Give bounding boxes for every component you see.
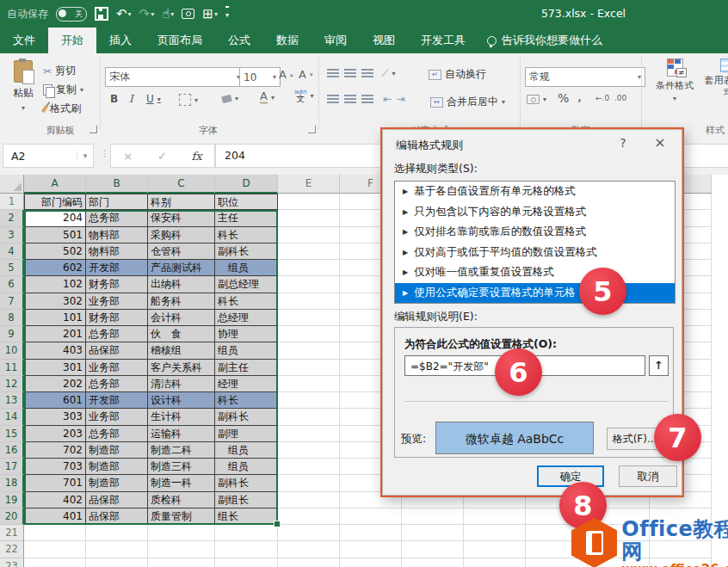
rule-type-item-4[interactable]: ▶仅对高于或低于平均值的数值设置格式 (395, 243, 675, 263)
undo-button[interactable]: ↶▾ (116, 8, 132, 21)
sheet-cell[interactable]: 科别 (148, 194, 215, 210)
tab-3[interactable]: 页面布局 (145, 28, 215, 53)
row-header[interactable]: 14 (0, 409, 24, 425)
sheet-cell[interactable] (340, 558, 402, 567)
insert-function-icon[interactable]: fx (191, 150, 201, 163)
tab-file[interactable]: 文件 (0, 28, 48, 53)
tell-me-box[interactable]: 告诉我你想要做什么 (478, 28, 611, 53)
tab-6[interactable]: 审阅 (312, 28, 360, 53)
undo-dropdown-icon[interactable]: ▾ (128, 8, 132, 21)
align-bottom-icon[interactable] (361, 69, 373, 77)
sheet-cell[interactable] (340, 541, 402, 558)
percent-style-button[interactable]: % (558, 91, 569, 105)
sheet-cell[interactable] (215, 525, 278, 541)
sheet-cell[interactable] (402, 541, 464, 558)
align-center-icon[interactable] (344, 95, 356, 103)
rule-type-item-3[interactable]: ▶仅对排名靠前或靠后的数值设置格式 (395, 222, 675, 243)
comma-style-button[interactable]: , (577, 88, 582, 104)
sheet-cell[interactable] (278, 442, 340, 459)
row-header[interactable]: 19 (0, 492, 24, 508)
fill-handle[interactable] (274, 521, 281, 527)
sheet-cell[interactable] (278, 260, 340, 276)
align-middle-icon[interactable] (344, 69, 356, 77)
sheet-cell[interactable]: 制造部 (86, 442, 148, 459)
conditional-formatting-dropdown-icon[interactable]: ▾ (673, 95, 676, 102)
sheet-cell[interactable] (86, 558, 148, 567)
sheet-cell[interactable] (278, 459, 340, 475)
tab-2[interactable]: 插入 (96, 28, 145, 53)
sheet-cell[interactable]: 经理 (215, 376, 278, 392)
sheet-cell[interactable] (278, 276, 340, 293)
format-as-table-button[interactable]: 套用表格格式 (704, 59, 728, 97)
decrease-indent-icon[interactable]: ⇤ (383, 93, 392, 105)
redo-dropdown-icon[interactable]: ▾ (151, 8, 154, 21)
sheet-cell[interactable] (278, 243, 340, 260)
sheet-cell[interactable]: 开发部 (86, 260, 148, 276)
sheet-cell[interactable] (278, 525, 340, 541)
column-header[interactable]: D (215, 175, 278, 194)
orientation-button[interactable]: ⟋▾ (381, 67, 395, 79)
sheet-cell[interactable] (278, 310, 340, 326)
underline-dropdown-icon[interactable]: ▾ (157, 96, 161, 103)
sheet-cell[interactable]: 会计科 (148, 310, 215, 326)
sheet-cell[interactable] (278, 227, 340, 243)
sheet-cell[interactable] (86, 525, 148, 541)
sheet-cell[interactable]: 组员 (215, 342, 278, 359)
sheet-cell[interactable]: 701 (24, 475, 86, 491)
decrease-decimal-button[interactable]: .00 (614, 94, 626, 102)
sheet-cell[interactable] (340, 525, 402, 541)
sheet-cell[interactable]: 总务部 (86, 210, 148, 226)
dialog-close-button[interactable]: × (651, 134, 669, 151)
sheet-cell[interactable]: 601 (24, 392, 86, 409)
sheet-cell[interactable]: 制造部 (86, 475, 148, 491)
indent-buttons[interactable]: ⇤⇥ (383, 93, 405, 105)
tab-5[interactable]: 数据 (263, 28, 312, 53)
row-header[interactable]: 7 (0, 293, 24, 310)
conditional-formatting-button[interactable]: ≠ 条件格式 ▾ (652, 59, 697, 102)
sheet-cell[interactable] (278, 293, 340, 310)
horizontal-align-buttons[interactable] (327, 95, 373, 103)
row-header[interactable]: 23 (0, 558, 24, 567)
save-button[interactable] (95, 7, 108, 21)
sheet-cell[interactable]: 副科长 (215, 475, 278, 491)
sheet-cell[interactable] (24, 558, 86, 567)
align-top-icon[interactable] (327, 69, 339, 77)
underline-button[interactable]: U▾ (146, 93, 161, 105)
enter-entry-icon[interactable]: ✓ (157, 150, 167, 163)
copy-dropdown-icon[interactable]: ▾ (80, 86, 83, 94)
borders-dropdown-icon[interactable]: ▾ (194, 96, 198, 104)
rule-type-item-2[interactable]: ▶只为包含以下内容的单元格设置格式 (395, 202, 675, 223)
tab-7[interactable]: 视图 (360, 28, 408, 53)
sheet-cell[interactable]: 203 (24, 426, 86, 442)
sheet-cell[interactable]: 仓管科 (148, 243, 215, 260)
grow-font-button[interactable]: A▴ (279, 68, 293, 81)
font-color-dropdown-icon[interactable]: ▾ (271, 94, 275, 102)
accounting-format-button[interactable]: ▾ (527, 95, 546, 104)
sheet-cell[interactable]: 总务部 (86, 426, 148, 442)
sheet-cell[interactable] (148, 541, 215, 558)
sheet-cell[interactable] (402, 558, 464, 567)
sheet-cell[interactable]: 组员 (215, 459, 278, 475)
align-right-icon[interactable] (361, 95, 373, 103)
increase-decimal-button[interactable]: ←.0 (595, 94, 609, 102)
sheet-cell[interactable]: 204 (24, 210, 86, 226)
sheet-cell[interactable]: 制造二科 (148, 442, 215, 459)
sheet-cell[interactable]: 202 (24, 376, 86, 392)
sheet-cell[interactable]: 物料部 (86, 227, 148, 243)
borders-button[interactable]: ▾ (179, 94, 198, 106)
sheet-cell[interactable]: 102 (24, 276, 86, 293)
sheet-cell[interactable]: 502 (24, 243, 86, 260)
sheet-cell[interactable]: 副主任 (215, 360, 278, 376)
paste-dropdown-icon[interactable]: ▾ (22, 104, 25, 112)
sheet-cell[interactable]: 采购科 (148, 227, 215, 243)
row-header[interactable]: 16 (0, 442, 24, 459)
sheet-cell[interactable] (278, 392, 340, 409)
sheet-cell[interactable] (278, 194, 340, 210)
sheet-cell[interactable]: 303 (24, 409, 86, 425)
touch-mode-button[interactable]: ☝▾ (162, 8, 174, 21)
sheet-cell[interactable]: 制造一科 (148, 475, 215, 491)
sheet-cell[interactable]: 品保部 (86, 508, 148, 525)
name-box[interactable]: A2 ▾ (3, 144, 94, 168)
sheet-cell[interactable] (278, 508, 340, 525)
bold-button[interactable]: B (110, 93, 118, 105)
